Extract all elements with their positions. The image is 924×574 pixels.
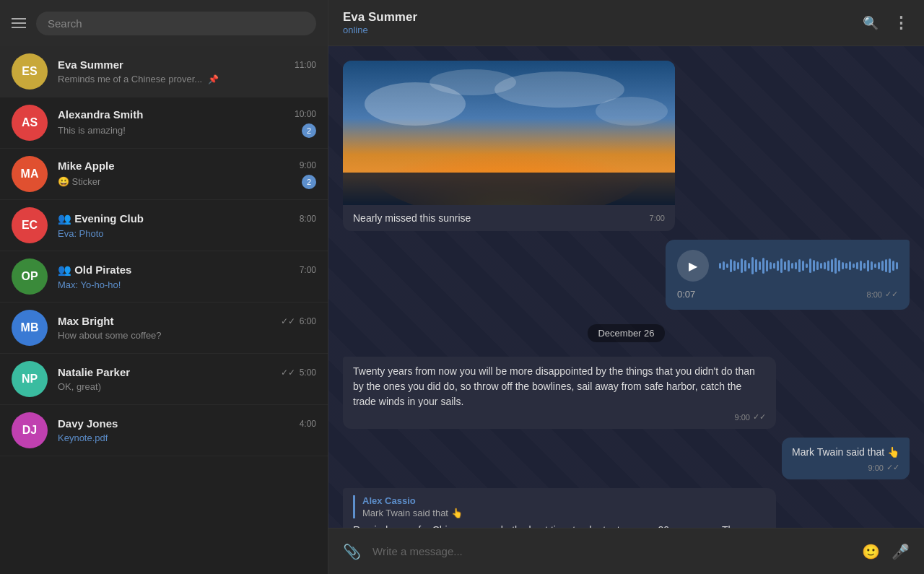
waveform-bar bbox=[874, 264, 876, 268]
image-placeholder bbox=[343, 61, 675, 205]
hamburger-icon[interactable] bbox=[12, 18, 26, 28]
contact-time: 5:00 bbox=[300, 368, 316, 378]
contact-name: Mike Apple bbox=[58, 160, 115, 172]
waveform-bar bbox=[881, 261, 884, 271]
waveform-bar bbox=[806, 264, 808, 268]
contact-preview: 😀 Sticker bbox=[58, 176, 100, 187]
contacts-list: ESEva Summer11:00Reminds me of a Chinese… bbox=[0, 46, 328, 574]
waveform-bar bbox=[827, 261, 829, 271]
contact-item-eva-summer[interactable]: ESEva Summer11:00Reminds me of a Chinese… bbox=[0, 46, 328, 97]
more-options-icon[interactable]: ⋮ bbox=[893, 14, 910, 32]
chat-area: Eva Summer online 🔍 ⋮ bbox=[328, 0, 924, 574]
contact-time: 6:00 bbox=[300, 316, 316, 326]
contact-time: 11:00 bbox=[295, 60, 316, 70]
avatar: OP bbox=[12, 258, 48, 295]
play-button[interactable]: ▶ bbox=[677, 250, 709, 282]
contact-info: Davy Jones4:00Keynote.pdf bbox=[58, 417, 316, 443]
contact-info: 👥 Old Pirates7:00Max: Yo-ho-ho! bbox=[58, 264, 316, 290]
svg-point-5 bbox=[596, 97, 668, 126]
contact-info: Alexandra Smith10:00This is amazing!2 bbox=[58, 108, 316, 138]
message-text: Reminds me of a Chinese proverb: the bes… bbox=[353, 523, 766, 528]
audio-duration: 0:07 bbox=[677, 289, 695, 300]
date-separator: December 26 bbox=[343, 318, 910, 348]
contact-item-davy-jones[interactable]: DJDavy Jones4:00Keynote.pdf bbox=[0, 405, 328, 456]
message-bubble-reply: Alex CassioMark Twain said that 👆Reminds… bbox=[343, 488, 776, 528]
waveform-bar bbox=[853, 264, 855, 268]
waveform-bar bbox=[809, 258, 811, 273]
message-bubble: Mark Twain said that 👆9:00✓✓ bbox=[782, 438, 910, 479]
message-row-text: Mark Twain said that 👆9:00✓✓ bbox=[343, 438, 910, 479]
waveform-bar bbox=[845, 263, 847, 269]
waveform-bar bbox=[885, 259, 887, 272]
contact-info: Natalie Parker✓✓5:00OK, great) bbox=[58, 366, 316, 392]
avatar: EC bbox=[12, 207, 48, 243]
waveform-bar bbox=[723, 261, 725, 270]
waveform-bar bbox=[798, 259, 801, 272]
contact-item-mike-apple[interactable]: MAMike Apple9:00😀 Sticker2 bbox=[0, 149, 328, 200]
sidebar-header bbox=[0, 0, 328, 46]
contact-info: Mike Apple9:00😀 Sticker2 bbox=[58, 160, 316, 189]
read-check-icon: ✓✓ bbox=[281, 316, 295, 326]
contact-name: Davy Jones bbox=[58, 417, 118, 430]
message-time: 8:00 bbox=[867, 290, 882, 299]
message-bubble: Twenty years from now you will be more d… bbox=[343, 357, 776, 429]
contact-preview: Eva: Photo bbox=[58, 228, 104, 239]
waveform-bar bbox=[867, 260, 869, 271]
waveform-bar bbox=[816, 261, 819, 270]
waveform-bar bbox=[748, 263, 750, 269]
waveform-bar bbox=[780, 258, 783, 273]
reply-text: Mark Twain said that 👆 bbox=[362, 508, 766, 518]
waveform-bar bbox=[813, 260, 815, 271]
waveform-bar bbox=[726, 264, 728, 268]
chat-contact-info: Eva Summer online bbox=[343, 10, 417, 35]
contact-info: Eva Summer11:00Reminds me of a Chinese p… bbox=[58, 58, 316, 84]
message-time: 9:00 bbox=[868, 464, 884, 472]
message-text: Mark Twain said that 👆 bbox=[792, 445, 899, 460]
audio-waveform bbox=[719, 255, 898, 277]
input-icons: 🙂 🎤 bbox=[862, 543, 910, 560]
chat-header-icons: 🔍 ⋮ bbox=[863, 14, 910, 32]
message-input[interactable] bbox=[372, 545, 850, 557]
waveform-bar bbox=[737, 262, 739, 269]
waveform-bar bbox=[820, 263, 822, 269]
contact-name: Natalie Parker bbox=[58, 366, 130, 378]
contact-name: Eva Summer bbox=[58, 58, 123, 71]
waveform-bar bbox=[824, 262, 826, 269]
waveform-bar bbox=[773, 263, 775, 269]
svg-rect-2 bbox=[343, 173, 675, 205]
waveform-bar bbox=[719, 263, 721, 269]
waveform-bar bbox=[802, 261, 804, 271]
contact-item-evening-club[interactable]: EC👥 Evening Club8:00Eva: Photo bbox=[0, 200, 328, 251]
waveform-bar bbox=[744, 260, 746, 271]
waveform-bar bbox=[784, 261, 786, 270]
avatar: AS bbox=[12, 105, 48, 141]
contact-preview: Keynote.pdf bbox=[58, 432, 108, 443]
emoji-icon[interactable]: 🙂 bbox=[862, 543, 880, 560]
contact-preview: Reminds me of a Chinese prover...📌 bbox=[58, 74, 219, 84]
date-badge: December 26 bbox=[588, 324, 664, 342]
avatar: NP bbox=[12, 361, 48, 397]
search-input[interactable] bbox=[36, 12, 316, 35]
waveform-bar bbox=[788, 260, 790, 271]
microphone-icon[interactable]: 🎤 bbox=[892, 543, 910, 560]
contact-item-old-pirates[interactable]: OP👥 Old Pirates7:00Max: Yo-ho-ho! bbox=[0, 251, 328, 303]
contact-time: 7:00 bbox=[300, 265, 316, 275]
contact-item-alexandra-smith[interactable]: ASAlexandra Smith10:00This is amazing!2 bbox=[0, 97, 328, 149]
waveform-bar bbox=[766, 260, 768, 271]
contact-name: 👥 Evening Club bbox=[58, 212, 144, 225]
chat-header: Eva Summer online 🔍 ⋮ bbox=[328, 0, 924, 46]
contact-info: Max Bright✓✓6:00How about some coffee? bbox=[58, 315, 316, 341]
contact-item-natalie-parker[interactable]: NPNatalie Parker✓✓5:00OK, great) bbox=[0, 354, 328, 405]
contact-item-max-bright[interactable]: MBMax Bright✓✓6:00How about some coffee? bbox=[0, 303, 328, 354]
waveform-bar bbox=[889, 258, 891, 273]
waveform-bar bbox=[860, 261, 862, 271]
contact-preview: Max: Yo-ho-ho! bbox=[58, 279, 121, 290]
read-check-icon: ✓✓ bbox=[753, 412, 766, 422]
attach-icon[interactable]: 📎 bbox=[343, 543, 361, 560]
audio-bubble: ▶0:078:00✓✓ bbox=[666, 240, 910, 310]
search-icon[interactable]: 🔍 bbox=[863, 15, 879, 31]
message-time: 7:00 bbox=[650, 214, 665, 222]
reply-author: Alex Cassio bbox=[362, 495, 766, 506]
unread-badge: 2 bbox=[302, 175, 316, 189]
contact-preview: This is amazing! bbox=[58, 125, 126, 136]
